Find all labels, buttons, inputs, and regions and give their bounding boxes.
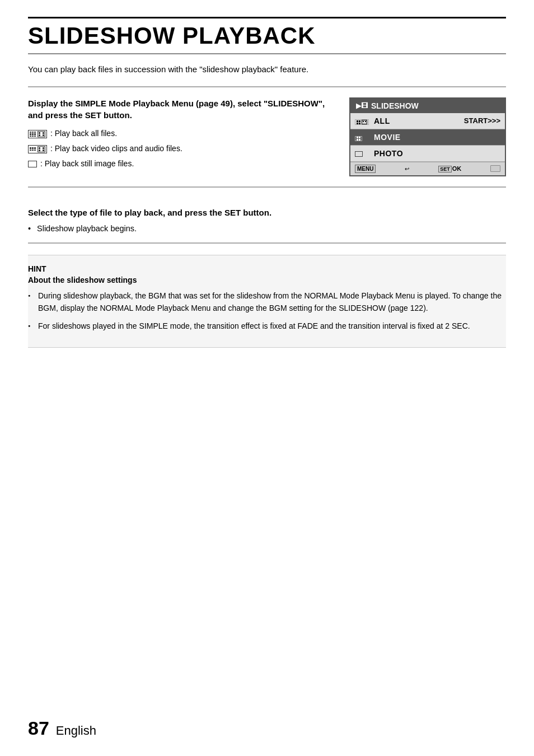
all-files-icon	[28, 128, 47, 139]
page-language: English	[56, 724, 96, 738]
camera-menu-row-movie: MOVIE	[350, 129, 505, 146]
section2-bullet: Slideshow playback begins.	[28, 223, 506, 235]
intro-text: You can play back files in succession wi…	[28, 63, 506, 76]
camera-menu-row-photo: PHOTO	[350, 146, 505, 162]
set-ok-label: SETOK	[438, 165, 461, 172]
list-item-movie: : Play back video clips and audio files.	[28, 143, 332, 155]
movie-row-label: MOVIE	[374, 133, 497, 142]
all-row-action: START>>>	[464, 116, 500, 125]
section1-left: Display the SIMPLE Mode Playback Menu (p…	[28, 97, 338, 173]
photo-files-label: : Play back still image files.	[40, 158, 134, 170]
photo-row-label: PHOTO	[374, 149, 497, 158]
camera-ui: ▶🎞 SLIDESHOW ALL START>>>	[349, 97, 506, 176]
list-item-all: : Play back all files.	[28, 128, 332, 139]
title-divider	[28, 53, 506, 54]
page-container: SLIDESHOW PLAYBACK You can play back fil…	[0, 0, 534, 393]
camera-ui-bottombar: MENU ↩ SETOK	[350, 162, 505, 175]
page-title: SLIDESHOW PLAYBACK	[28, 23, 506, 49]
camera-ui-titlebar: ▶🎞 SLIDESHOW	[350, 99, 505, 113]
slideshow-icon: ▶🎞	[356, 102, 368, 110]
icon-list: : Play back all files.	[28, 128, 332, 170]
hint-bullet-1: During slideshow playback, the BGM that …	[28, 290, 506, 314]
all-row-icon	[355, 116, 371, 125]
photo-files-icon	[28, 158, 37, 170]
hint-subtitle: About the slideshow settings	[28, 276, 506, 284]
photo-row-icon	[355, 150, 371, 157]
section1: Display the SIMPLE Mode Playback Menu (p…	[28, 86, 506, 188]
menu-button: MENU	[355, 165, 376, 173]
movie-files-icon	[28, 143, 47, 155]
camera-ui-title: SLIDESHOW	[371, 101, 419, 110]
all-row-label: ALL	[374, 116, 461, 125]
movie-files-label: : Play back video clips and audio files.	[50, 143, 182, 155]
step2-title: Select the type of file to play back, an…	[28, 207, 506, 218]
camera-menu-row-all: ALL START>>>	[350, 113, 505, 129]
page-number: 87	[28, 717, 49, 739]
movie-row-icon	[355, 133, 371, 141]
all-files-label: : Play back all files.	[50, 128, 117, 139]
hint-bullet-2: For slideshows played in the SIMPLE mode…	[28, 320, 506, 333]
hint-section: HINT About the slideshow settings During…	[28, 255, 506, 347]
top-border	[28, 17, 506, 18]
section2: Select the type of file to play back, an…	[28, 199, 506, 244]
hint-bullets: During slideshow playback, the BGM that …	[28, 290, 506, 332]
step1-title: Display the SIMPLE Mode Playback Menu (p…	[28, 97, 332, 121]
hint-title: HINT	[28, 264, 506, 273]
list-item-photo: : Play back still image files.	[28, 158, 332, 170]
page-footer: 87 English	[28, 717, 96, 739]
